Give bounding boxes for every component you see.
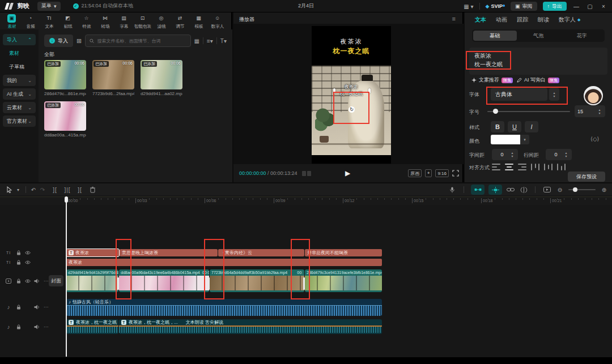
- inspector-tab[interactable]: 文本: [475, 16, 486, 24]
- video-clip[interactable]: dd8ae00a96da43c19ee6a4b486b0415a.mp4 00:…: [119, 269, 209, 292]
- media-item[interactable]: 已添加 00:06 7723b9d6...2faa.mp4: [92, 60, 134, 96]
- sidebar-item[interactable]: 导入: [3, 34, 36, 45]
- minimize-button[interactable]: —: [572, 3, 580, 10]
- link-toggle[interactable]: [506, 185, 515, 194]
- select-tool-icon[interactable]: [5, 185, 14, 194]
- delete-icon[interactable]: [88, 185, 97, 194]
- ratio-button[interactable]: 9:16: [435, 169, 449, 177]
- tts-audio-clip[interactable]: T 夜茶浓，枕一夜之眠，... 文本朗读 舌尖解说: [119, 319, 382, 334]
- timeline-zoom-slider[interactable]: [568, 189, 596, 190]
- bold-button[interactable]: B: [491, 121, 504, 132]
- ai-copy-button[interactable]: 文案推荐 限免: [471, 76, 513, 84]
- media-tab[interactable]: ◩ 贴纸: [58, 12, 77, 29]
- grid-view-icon[interactable]: ▦: [194, 38, 199, 44]
- selection-handle-left[interactable]: [333, 88, 335, 93]
- zoom-slider-thumb[interactable]: [573, 187, 577, 192]
- color-picker[interactable]: ▾: [491, 135, 529, 144]
- transition-handle[interactable]: [117, 277, 119, 290]
- media-tab[interactable]: ▤ 字幕: [114, 12, 133, 29]
- transition-handle[interactable]: [208, 277, 210, 290]
- playhead-handle[interactable]: [65, 196, 68, 203]
- font-size-input[interactable]: 15 ▴▾: [575, 105, 605, 117]
- inspector-subtab[interactable]: 基础: [473, 31, 517, 41]
- media-tab[interactable]: ◎ 滤镜: [152, 12, 171, 29]
- playhead[interactable]: [66, 196, 67, 357]
- zoom-out-icon[interactable]: ⊖: [555, 185, 564, 194]
- text-clip[interactable]: T 夜茶浓: [66, 249, 119, 256]
- redo-icon[interactable]: ↷: [38, 185, 47, 194]
- text-clip[interactable]: T 并非总夜间不能喝茶: [305, 249, 382, 256]
- lock-icon[interactable]: [15, 303, 23, 310]
- media-item[interactable]: 已添加 00:06 dd8ae00a...415a.mp4: [44, 101, 86, 138]
- gradient-diamond-icon[interactable]: ⟨◇⟩: [590, 136, 600, 142]
- search-box[interactable]: [85, 35, 190, 47]
- media-tab[interactable]: ⇄ 调节: [171, 12, 189, 29]
- save-preset-button[interactable]: 保存预设: [568, 172, 605, 182]
- auto-snap-toggle[interactable]: [488, 185, 502, 195]
- media-tab[interactable]: ▦ 模板: [189, 12, 208, 29]
- digital-human-avatar[interactable]: [584, 86, 603, 105]
- fullscreen-icon[interactable]: [452, 170, 459, 177]
- sidebar-item[interactable]: 官方素材: [3, 115, 36, 127]
- filter-icon[interactable]: T▾: [220, 38, 227, 44]
- undo-icon[interactable]: ↶: [29, 185, 38, 194]
- video-clip[interactable]: 7723b9d64a5d4dd9aff3b50a91bb2faa.mp4 00:: [210, 269, 304, 292]
- review-button[interactable]: ▣审阅: [511, 2, 537, 11]
- sidebar-item[interactable]: 云素材: [3, 102, 36, 113]
- sort-icon[interactable]: ≡▾: [207, 38, 213, 44]
- letter-spacing-input[interactable]: 0 ▴▾: [492, 149, 518, 160]
- maximize-button[interactable]: ▢: [586, 3, 594, 10]
- align-vertical-middle-icon[interactable]: [544, 164, 552, 170]
- search-input[interactable]: [97, 38, 186, 44]
- sidebar-item[interactable]: AI 生成: [3, 88, 36, 100]
- music-clip[interactable]: ♪恬静古风（轻音乐）: [66, 299, 382, 316]
- menu-button[interactable]: 菜单▾: [37, 2, 61, 11]
- zoom-fit-icon[interactable]: ⊕: [600, 185, 609, 194]
- record-voiceover-icon[interactable]: [448, 185, 457, 194]
- close-button[interactable]: ×: [600, 3, 607, 10]
- export-button[interactable]: ↑导出: [543, 2, 567, 11]
- sidebar-item[interactable]: 我的: [3, 75, 36, 86]
- focus-preview-icon[interactable]: ⌖: [425, 169, 432, 177]
- video-preview[interactable]: 夜茶浓 枕一夜之眠 夜茶浓 枕一夜之眠 ↻: [312, 26, 391, 164]
- sidebar-item[interactable]: 子草稿: [3, 61, 36, 72]
- inspector-tab[interactable]: 朗读: [538, 16, 549, 24]
- more-icon[interactable]: ⋯: [42, 303, 50, 310]
- inspector-tab[interactable]: 动画: [496, 16, 507, 24]
- media-tab[interactable]: ☺ 数字人: [208, 12, 227, 29]
- align-left-icon[interactable]: [492, 164, 500, 170]
- media-tab[interactable]: ▣ 素材: [2, 12, 21, 29]
- align-right-icon[interactable]: [518, 164, 526, 170]
- media-tab[interactable]: TI 文本: [40, 12, 58, 29]
- play-button[interactable]: ▶: [345, 169, 350, 177]
- media-thumbnail[interactable]: 已添加 00:06: [44, 60, 86, 89]
- media-thumbnail[interactable]: 已添加 00:06: [141, 60, 182, 89]
- split-keep-right-icon[interactable]: ][: [75, 185, 84, 194]
- rotate-handle-icon[interactable]: ↻: [348, 106, 355, 113]
- material-library-icon[interactable]: ⊞: [76, 37, 82, 45]
- video-clip[interactable]: 286d479c3ce941319acefe3bfb1e861e.mp4: [305, 269, 382, 292]
- media-tab[interactable]: ◔ 音频: [21, 12, 40, 29]
- media-tab[interactable]: ⋈ 转场: [96, 12, 114, 29]
- size-stepper[interactable]: ▴▾: [597, 105, 602, 118]
- inspector-tab[interactable]: 数字人: [559, 16, 580, 24]
- text-clip[interactable]: T 《黄帝内经》云: [218, 249, 304, 256]
- timeline-ruler[interactable]: 00:00 00:03 00:06 00:09 00:12 00:15 00:1…: [0, 196, 612, 205]
- split-keep-left-icon[interactable]: ]|[: [63, 185, 72, 194]
- magnet-snap-toggle[interactable]: [471, 185, 484, 195]
- tts-audio-clip[interactable]: T 夜茶浓，枕一夜之眠，... 文: [66, 319, 118, 334]
- transition-handle[interactable]: [303, 277, 305, 290]
- screen-record-icon[interactable]: [542, 185, 551, 194]
- sidebar-item[interactable]: 素材: [3, 48, 36, 59]
- inspector-subtab[interactable]: 气泡: [517, 31, 560, 41]
- ai-narration-button[interactable]: AI 写旁白 限免: [517, 76, 559, 84]
- text-clip[interactable]: T 意思是晚上喝浓茶: [120, 249, 218, 256]
- split-icon[interactable]: ][: [50, 185, 60, 194]
- underline-button[interactable]: U: [508, 121, 521, 132]
- svip-badge[interactable]: ◆ SVIP: [486, 3, 505, 9]
- inspector-subtab[interactable]: 花字: [560, 31, 604, 41]
- quality-button[interactable]: 原画: [408, 169, 422, 177]
- align-vertical-bottom-icon[interactable]: [557, 164, 566, 170]
- mute-icon[interactable]: [33, 303, 41, 310]
- inspector-tab[interactable]: 跟踪: [517, 16, 528, 24]
